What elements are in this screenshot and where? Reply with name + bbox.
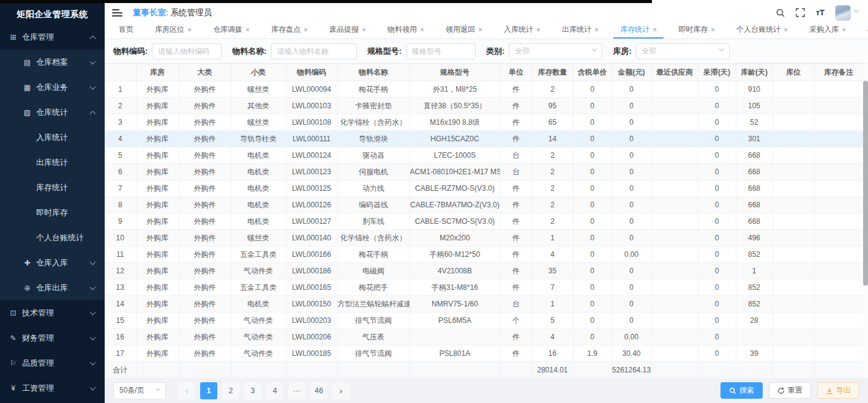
- table-row[interactable]: 15外购库外购件气动件类LWL000203排气节流阀PSL6M5A个500028: [105, 312, 863, 329]
- chevron-up-icon: [90, 35, 96, 42]
- cell-stagnant-days: 0: [698, 81, 736, 98]
- avatar-dropdown[interactable]: [835, 5, 858, 21]
- sidebar-item-warehouse-inbound[interactable]: ✚仓库入库: [0, 250, 105, 275]
- sidebar-item-salary-mgmt[interactable]: ¥工资管理: [0, 375, 105, 401]
- vertical-scrollbar-thumb[interactable]: [863, 81, 868, 286]
- tab-realtime-stock[interactable]: 即时库存×: [672, 22, 722, 39]
- close-icon[interactable]: ×: [187, 26, 192, 34]
- cell-stock-remark: [814, 246, 863, 263]
- tab-storage-area[interactable]: 库房区位×: [148, 22, 198, 39]
- table-row[interactable]: 9外购库外购件电机类LWL000127刹车线CABLE-SC7MO-S(V3.0…: [105, 213, 863, 230]
- prev-page-button[interactable]: ‹: [178, 382, 195, 399]
- sidebar-item-personal-ledger[interactable]: 个人台账统计: [0, 225, 105, 250]
- table-row[interactable]: 7外购库外购件电机类LWL000125动力线CABLE-RZ7MO-S(V3.0…: [105, 180, 863, 197]
- table-row[interactable]: 6外购库外购件电机类LWL000123伺服电机ACM1-08010H2E1-M1…: [105, 164, 863, 180]
- tab-inbound-stats[interactable]: 入库统计×: [497, 22, 547, 39]
- cell-location: [773, 114, 814, 131]
- table-row[interactable]: 3外购库外购件螺丝类LWL000108化学锚栓（含药水）M16x190 8.8级…: [105, 114, 863, 131]
- page-button-3[interactable]: 3: [244, 382, 261, 399]
- page-button-4[interactable]: 4: [266, 382, 283, 399]
- total-amount-yuan: 5261264.13: [612, 362, 651, 379]
- material-name-input[interactable]: [271, 43, 357, 59]
- category-select[interactable]: 全部: [509, 43, 602, 59]
- close-icon[interactable]: ×: [304, 26, 308, 34]
- close-icon[interactable]: ×: [594, 26, 599, 34]
- table-row[interactable]: 11外购库外购件五金工具类LWL000166梅花手柄手柄60-M12*50件40…: [105, 246, 863, 263]
- sidebar-item-inbound-stats[interactable]: 入库统计: [0, 125, 105, 150]
- cell-stock-age-days: 496: [736, 230, 773, 246]
- table-row[interactable]: 5外购库外购件电机类LWL000124驱动器L7EC-1000S台2000668: [105, 147, 863, 164]
- cell-amount-yuan: 0: [612, 98, 651, 114]
- table-row[interactable]: 12外购库外购件气动件类LWL000186电磁阀4V21008B件350001: [105, 263, 863, 279]
- sidebar-item-outbound-stats[interactable]: 出库统计: [0, 150, 105, 175]
- material-code-input[interactable]: [152, 43, 222, 59]
- close-icon[interactable]: ×: [653, 26, 657, 34]
- sidebar-item-finance-mgmt[interactable]: ✎财务管理: [0, 325, 105, 350]
- search-icon[interactable]: [776, 8, 785, 18]
- tab-purchase-inbound[interactable]: 采购入库×: [803, 22, 853, 39]
- page-button-1[interactable]: 1: [200, 382, 217, 399]
- more-pages-button[interactable]: ···: [288, 382, 305, 399]
- tab-requisition-return[interactable]: 领用退回×: [439, 22, 489, 39]
- sidebar-item-warehouse-mgmt[interactable]: ⊞仓库管理: [0, 24, 105, 50]
- cell-material-code: LWL000185: [286, 346, 337, 362]
- cell-stock-qty: 65: [532, 114, 573, 131]
- tab-stock-stats[interactable]: 库存统计×: [613, 22, 664, 39]
- sidebar-item-realtime-stock[interactable]: 即时库存: [0, 200, 105, 225]
- close-icon[interactable]: ×: [362, 26, 366, 34]
- table-row[interactable]: 17外购库外购件气动件类LWL000185排气节流阀PSL801A件161.93…: [105, 346, 863, 362]
- table-row[interactable]: 2外购库外购件其他类LWL000103卡箍密封垫直径38（50.5*35）件95…: [105, 98, 863, 114]
- table-row[interactable]: 4外购库外购件导轨导柱类LWL000111导轨滑块HGH15CAZ0C件1400…: [105, 131, 863, 147]
- sidebar-item-warehouse-business[interactable]: ▦仓库业务: [0, 75, 105, 100]
- sidebar-item-tech-mgmt[interactable]: ⊡技术管理: [0, 300, 105, 325]
- cell-material-name: 化学锚栓（含药水）: [337, 114, 410, 131]
- total-stock-remark: [814, 362, 863, 379]
- sidebar-item-warehouse-outbound[interactable]: ⊕仓库出库: [0, 275, 105, 300]
- table-row[interactable]: 13外购库外购件五金工具类LWL000165梅花把手手柄31-M8*16件700…: [105, 279, 863, 296]
- cell-row-index: 12: [105, 263, 136, 279]
- sidebar-item-warehouse-stats[interactable]: ▧仓库统计: [0, 100, 105, 125]
- close-icon[interactable]: ×: [536, 26, 541, 34]
- export-button[interactable]: 导出: [817, 382, 859, 399]
- next-page-button[interactable]: ›: [332, 382, 350, 399]
- warehouse-select[interactable]: 全部: [636, 43, 730, 59]
- spec-input[interactable]: [406, 43, 476, 59]
- cell-unit: 件: [500, 279, 532, 296]
- cell-unit: 件: [500, 213, 532, 230]
- tab-material-requisition[interactable]: 物料领用×: [381, 22, 431, 39]
- fullscreen-icon[interactable]: [796, 8, 806, 18]
- total-unit: [500, 362, 532, 379]
- close-icon[interactable]: ×: [420, 26, 424, 34]
- refresh-icon: [777, 387, 785, 394]
- page-button-2[interactable]: 2: [222, 382, 239, 399]
- search-button[interactable]: 搜索: [720, 382, 763, 399]
- tab-label: 物料领用: [387, 24, 417, 35]
- sidebar-item-stock-stats[interactable]: 库存统计: [0, 175, 105, 200]
- close-icon[interactable]: ×: [478, 26, 482, 34]
- tab-inventory-check[interactable]: 库存盘点×: [264, 22, 315, 39]
- tab-scrap-report[interactable]: 废品提报×: [323, 22, 373, 39]
- table-row[interactable]: 16外购库外购件气动件类LWL000206气压表件400.000: [105, 329, 863, 346]
- table-row[interactable]: 14外购库外购件电机类LWL000150方型法兰蜗轮蜗杆减速机NMRV75-1/…: [105, 296, 863, 312]
- sidebar-item-warehouse-archive[interactable]: ▤仓库档案: [0, 50, 105, 75]
- table-row[interactable]: 8外购库外购件电机类LWL000126编码器线CABLE-7BMA7MO-Z(V…: [105, 197, 863, 213]
- page-button-46[interactable]: 46: [310, 382, 327, 399]
- tab-machining-inbound[interactable]: 机加入库×: [861, 22, 868, 39]
- tab-home[interactable]: 首页: [112, 22, 140, 39]
- table-row[interactable]: 10外购库外购件螺丝类LWL000140化学锚栓（含药水）M20x200件100…: [105, 230, 863, 246]
- font-size-icon[interactable]: тT: [816, 8, 825, 17]
- close-icon[interactable]: ×: [842, 26, 846, 34]
- cell-row-index: 16: [105, 329, 136, 346]
- chevron-down-icon: [719, 46, 724, 51]
- close-icon[interactable]: ×: [711, 26, 715, 34]
- table-row[interactable]: 1外购库外购件螺丝类LWL000094梅花手柄外31，M8*25件2000910: [105, 81, 863, 98]
- menu-fold-icon[interactable]: [112, 9, 122, 17]
- tab-warehouse-transfer[interactable]: 仓库调拨×: [206, 22, 256, 39]
- sidebar-item-quality-mgmt[interactable]: ⚐品质管理: [0, 350, 105, 375]
- close-icon[interactable]: ×: [784, 26, 788, 34]
- tab-personal-ledger[interactable]: 个人台账统计×: [730, 22, 795, 39]
- reset-button[interactable]: 重置: [769, 382, 811, 399]
- tab-outbound-stats[interactable]: 出库统计×: [555, 22, 605, 39]
- close-icon[interactable]: ×: [245, 26, 250, 34]
- page-size-select[interactable]: 50条/页: [113, 382, 166, 399]
